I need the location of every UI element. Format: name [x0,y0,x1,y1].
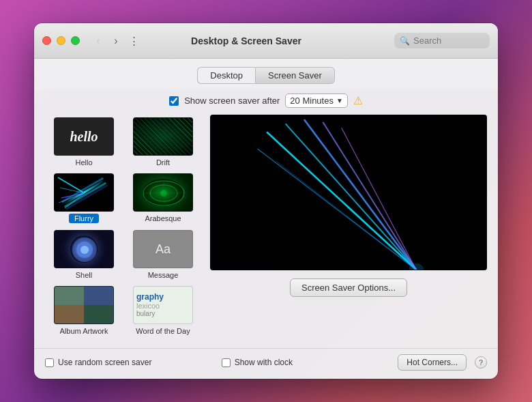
saver-item-drift[interactable]: Drift [124,115,202,169]
tab-screensaver[interactable]: Screen Saver [255,67,335,84]
window-controls [42,36,80,45]
saver-thumb-message: Aa [133,230,193,268]
main-content: hello Hello Drift [34,115,498,348]
saver-label-shell: Shell [76,271,92,279]
saver-label-hello: Hello [75,158,92,167]
word-text-1: graphy [136,293,164,302]
bottom-bar: Use random screen saver Show with clock … [34,348,498,379]
search-box[interactable]: 🔍 [394,33,490,48]
saver-thumb-album [54,286,114,324]
album-cell-3 [55,305,84,324]
saver-item-magic[interactable]: Magic Window Air [124,339,202,340]
saver-thumb-shell [54,230,114,268]
svg-point-13 [80,246,89,254]
saver-thumb-word: graphy lexicoo bulary [133,286,193,324]
svg-line-22 [276,161,416,270]
saver-label-flurry: Flurry [69,214,99,223]
titlebar: ‹ › ⋮ Desktop & Screen Saver 🔍 [34,23,498,59]
svg-line-0 [58,177,85,193]
saver-label-word: Word of the Day [136,327,190,335]
show-clock-label[interactable]: Show with clock [222,358,390,367]
help-button[interactable]: ? [475,356,487,369]
word-text-2: lexicoo [136,302,160,310]
saver-label-arabesque: Arabesque [145,214,181,222]
show-after-label: Show screen saver after [184,96,280,106]
tabs-bar: Desktop Screen Saver [34,59,498,89]
options-bar: Show screen saver after 20 Minutes ▼ ⚠ [34,89,498,115]
album-cell-4 [84,305,113,324]
laser-preview [211,115,486,270]
search-icon: 🔍 [400,36,410,46]
album-cell-1 [55,287,84,305]
hello-text: hello [70,129,98,145]
saver-item-beepify[interactable]: BeepifyScreenSa... [45,339,123,340]
random-saver-checkbox[interactable] [45,358,54,367]
screensaver-options-button[interactable]: Screen Saver Options... [290,278,407,297]
word-text-3: bulary [136,310,155,317]
saver-label-drift: Drift [156,158,170,167]
saver-item-message[interactable]: Aa Message [124,227,202,282]
saver-thumb-hello: hello [54,117,114,156]
svg-line-5 [85,181,102,193]
saver-thumb-flurry [54,173,114,212]
warning-icon: ⚠ [353,94,363,107]
search-input[interactable] [413,35,484,46]
show-after-checkbox[interactable] [169,96,179,106]
maximize-button[interactable] [71,36,80,45]
show-clock-checkbox[interactable] [222,358,231,367]
saver-item-word[interactable]: graphy lexicoo bulary Word of the Day [124,283,202,338]
tab-desktop[interactable]: Desktop [197,67,255,84]
svg-line-18 [304,119,416,270]
saver-item-arabesque[interactable]: Arabesque [124,171,202,226]
minimize-button[interactable] [57,36,65,45]
preview-area: Screen Saver Options... [210,115,487,340]
hot-corners-button[interactable]: Hot Corners... [398,354,467,371]
album-cell-2 [84,287,113,305]
window-title: Desktop & Screen Saver [98,35,394,46]
time-value: 20 Minutes [290,96,334,106]
time-selector[interactable]: 20 Minutes ▼ [285,94,348,108]
saver-thumb-drift [133,117,193,156]
time-chevron-icon: ▼ [336,97,343,104]
saver-item-album[interactable]: Album Artwork [45,283,123,338]
saver-thumb-arabesque [133,173,193,212]
saver-list: hello Hello Drift [45,115,202,340]
message-text: Aa [156,242,171,257]
random-saver-label[interactable]: Use random screen saver [45,358,213,367]
saver-label-album: Album Artwork [60,327,108,335]
close-button[interactable] [42,36,51,45]
saver-item-shell[interactable]: Shell [45,227,123,282]
saver-item-flurry[interactable]: Flurry [45,171,123,226]
saver-item-hello[interactable]: hello Hello [45,115,123,169]
main-window: ‹ › ⋮ Desktop & Screen Saver 🔍 Desktop S… [34,23,498,379]
saver-label-message: Message [148,271,179,279]
preview-window [210,115,487,270]
